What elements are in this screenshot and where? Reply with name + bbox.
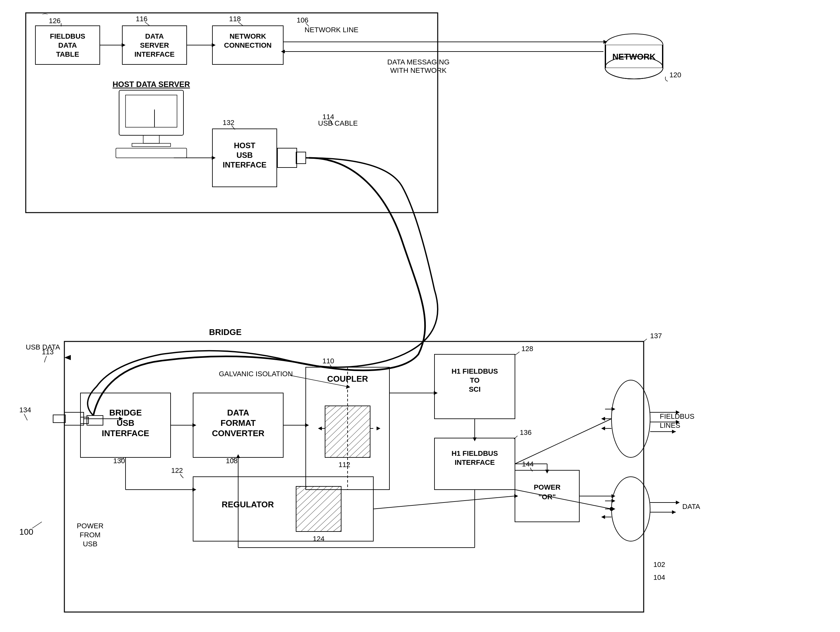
ref-134: 134	[19, 406, 31, 414]
svg-marker-93	[601, 426, 605, 430]
power-from-usb-label1: POWER	[77, 522, 103, 530]
ref-132: 132	[223, 119, 235, 127]
network-conn-label2: CONNECTION	[224, 41, 272, 49]
regulator-label: REGULATOR	[222, 500, 274, 509]
ref-102: 102	[653, 561, 665, 569]
svg-rect-25	[87, 415, 103, 425]
ref-100: 100	[19, 527, 33, 537]
ref-130: 130	[113, 457, 125, 465]
svg-line-65	[296, 486, 301, 489]
ref-118: 118	[229, 15, 241, 23]
bridge-usb-label2: USB	[117, 418, 134, 428]
network-label: NETWORK	[613, 52, 656, 62]
dfc-label1: DATA	[227, 408, 249, 417]
svg-line-74	[314, 506, 341, 532]
svg-marker-50	[318, 426, 322, 430]
svg-line-66	[296, 486, 307, 496]
svg-line-73	[307, 499, 341, 532]
dfc-label3: CONVERTER	[212, 428, 264, 438]
svg-line-75	[320, 512, 341, 532]
svg-rect-19	[116, 148, 187, 158]
ref-110: 110	[322, 357, 335, 365]
svg-marker-1	[122, 43, 126, 47]
ref-104: 104	[653, 573, 665, 581]
svg-marker-59	[434, 391, 438, 395]
svg-marker-56	[346, 385, 350, 389]
ref-108: 108	[226, 457, 238, 465]
bridge-label: BRIDGE	[209, 327, 242, 337]
data-server-label1: DATA	[145, 32, 164, 40]
svg-marker-118	[236, 454, 240, 458]
svg-line-82	[373, 496, 514, 509]
svg-marker-33	[193, 423, 196, 427]
ref-126: 126	[49, 17, 61, 25]
power-from-usb-label2: FROM	[80, 531, 101, 539]
ref-120: 120	[669, 71, 681, 79]
galvanic-isolation-label: GALVANIC ISOLATION	[219, 370, 293, 378]
h1-sci-label2: TO	[470, 376, 480, 384]
svg-marker-52	[377, 426, 381, 430]
svg-point-104	[609, 507, 613, 511]
svg-marker-100	[601, 515, 605, 519]
svg-marker-89	[611, 407, 615, 411]
svg-line-71	[296, 486, 339, 528]
svg-rect-15	[119, 90, 183, 135]
svg-marker-81	[545, 470, 549, 474]
svg-rect-17	[143, 135, 159, 143]
ref-136: 136	[520, 428, 532, 437]
svg-rect-20	[278, 148, 297, 168]
svg-rect-21	[296, 152, 306, 164]
svg-rect-26	[81, 417, 88, 424]
bridge-usb-label3: INTERFACE	[102, 428, 149, 438]
host-usb-label3: INTERFACE	[223, 160, 267, 169]
svg-line-34	[325, 406, 330, 409]
svg-line-67	[296, 486, 314, 502]
fieldbus-data-table-label: FIELDBUS	[50, 32, 85, 40]
svg-marker-114	[672, 510, 676, 514]
svg-rect-18	[132, 143, 171, 147]
ref-106: 106	[297, 16, 309, 24]
h1-sci-label1: H1 FIELDBUS	[452, 367, 498, 375]
svg-marker-110	[672, 430, 676, 434]
host-usb-label1: HOST	[234, 141, 256, 150]
svg-line-40	[325, 406, 368, 448]
fieldbus-data-table-label3: TABLE	[56, 50, 79, 58]
svg-marker-24	[212, 156, 216, 160]
data-messaging-label1: DATA MESSAGING	[387, 58, 450, 66]
regulator-box	[193, 477, 373, 541]
data-server-label3: INTERFACE	[134, 50, 175, 58]
svg-line-76	[327, 519, 341, 532]
network-line-label: NETWORK LINE	[305, 26, 358, 34]
svg-marker-83	[514, 494, 518, 498]
ref-122: 122	[171, 466, 183, 475]
power-or-label2: "OR"	[538, 493, 556, 501]
ref-114: 114	[322, 113, 335, 121]
svg-marker-54	[305, 423, 309, 427]
h1-fi-label2: INTERFACE	[455, 458, 495, 466]
h1-fi-label1: H1 FIELDBUS	[452, 449, 498, 458]
svg-line-35	[325, 406, 336, 415]
svg-marker-112	[676, 501, 680, 504]
svg-rect-29	[53, 415, 65, 423]
svg-line-45	[349, 437, 370, 458]
ref-128: 128	[521, 345, 533, 353]
svg-line-77	[333, 525, 341, 532]
svg-marker-64	[193, 488, 196, 491]
ref-137: 137	[650, 332, 662, 340]
svg-line-38	[325, 406, 355, 435]
data-label: DATA	[682, 502, 700, 510]
svg-marker-61	[473, 437, 477, 441]
ref-126-curve: ⌒	[41, 13, 49, 21]
ref-124: 124	[313, 535, 325, 543]
network-conn-label1: NETWORK	[229, 32, 266, 40]
svg-line-36	[325, 406, 343, 422]
svg-line-102	[515, 489, 611, 509]
svg-line-101	[515, 419, 611, 464]
svg-line-47	[362, 450, 370, 458]
svg-marker-27	[65, 355, 71, 360]
h1-sci-label3: SCI	[469, 385, 481, 393]
host-data-server-label: HOST DATA SERVER	[113, 80, 190, 89]
data-messaging-label2: WITH NETWORK	[390, 67, 447, 74]
svg-marker-3	[212, 43, 216, 47]
svg-line-37	[325, 406, 349, 428]
